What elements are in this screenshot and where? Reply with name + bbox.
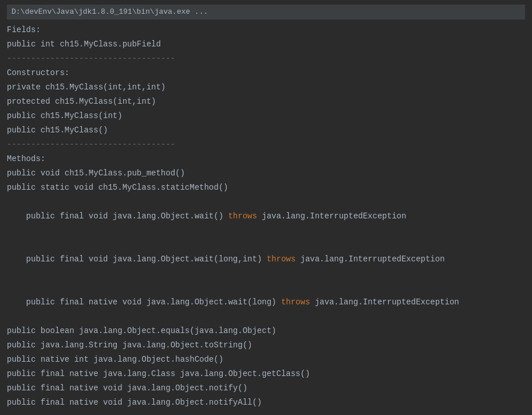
method-3-prefix: public final void java.lang.Object.wait(…	[26, 212, 228, 221]
fields-header: Fields:	[7, 23, 525, 37]
method-6: public boolean java.lang.Object.equals(j…	[7, 324, 525, 338]
method-8: public native int java.lang.Object.hashC…	[7, 353, 525, 367]
method-5-prefix: public final native void java.lang.Objec…	[26, 297, 281, 307]
method-3-throws: throws	[228, 212, 257, 221]
method-11: public final native void java.lang.Objec…	[7, 396, 525, 410]
terminal-window: D:\devEnv\Java\jdk1.8.0_191\bin\java.exe…	[0, 0, 532, 415]
separator-3: -----------------------------------	[7, 410, 525, 415]
method-4-prefix: public final void java.lang.Object.wait(…	[26, 255, 267, 264]
method-7: public java.lang.String java.lang.Object…	[7, 338, 525, 353]
title-bar: D:\devEnv\Java\jdk1.8.0_191\bin\java.exe…	[7, 5, 525, 19]
method-2: public static void ch15.MyClass.staticMe…	[7, 181, 525, 195]
method-1: public void ch15.MyClass.pub_method()	[7, 166, 525, 181]
method-5: public final native void java.lang.Objec…	[7, 281, 525, 324]
ctor-2: protected ch15.MyClass(int,int)	[7, 95, 525, 109]
separator-2: -----------------------------------	[7, 138, 525, 152]
method-4: public final void java.lang.Object.wait(…	[7, 238, 525, 281]
method-4-suffix: java.lang.InterruptedException	[295, 255, 444, 264]
method-5-throws: throws	[281, 297, 310, 307]
method-4-throws: throws	[267, 255, 295, 264]
method-5-suffix: java.lang.InterruptedException	[310, 297, 459, 307]
field-1: public int ch15.MyClass.pubField	[7, 37, 525, 52]
ctor-3: public ch15.MyClass(int)	[7, 109, 525, 123]
method-3: public final void java.lang.Object.wait(…	[7, 195, 525, 238]
separator-1: -----------------------------------	[7, 52, 525, 66]
method-3-suffix: java.lang.InterruptedException	[257, 212, 406, 221]
constructors-header: Constructors:	[7, 66, 525, 80]
method-10: public final native void java.lang.Objec…	[7, 381, 525, 396]
methods-header: Methods:	[7, 152, 525, 166]
ctor-1: private ch15.MyClass(int,int,int)	[7, 80, 525, 95]
method-9: public final native java.lang.Class java…	[7, 367, 525, 381]
ctor-4: public ch15.MyClass()	[7, 123, 525, 138]
